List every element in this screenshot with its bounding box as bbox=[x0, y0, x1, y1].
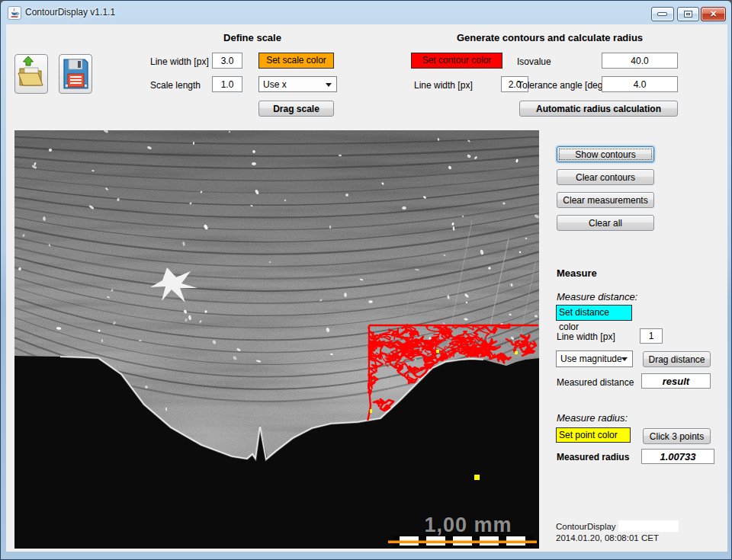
minimize-button[interactable] bbox=[651, 7, 674, 21]
measured-radius-value bbox=[641, 449, 714, 464]
automatic-radius-button[interactable]: Automatic radius calculation bbox=[519, 101, 678, 117]
scale-line-width-label: Line width [px] bbox=[150, 56, 209, 67]
scale-line-width-input[interactable] bbox=[212, 53, 242, 69]
generate-header: Generate contours and calculate radius bbox=[428, 32, 672, 43]
contour-line-width-label: Line width [px] bbox=[414, 80, 473, 91]
chevron-down-icon bbox=[621, 357, 628, 361]
java-cup-icon bbox=[8, 6, 21, 20]
app-window: ContourDisplay v1.1.1 ✕ Define scale bbox=[0, 0, 732, 560]
set-scale-color-button[interactable]: Set scale color bbox=[258, 53, 334, 69]
magnitude-select-value: Use magnitude bbox=[560, 354, 622, 364]
distance-line-width-input[interactable] bbox=[640, 328, 663, 344]
window-title: ContourDisplay v1.1.1 bbox=[25, 7, 115, 18]
floppy-disk-icon bbox=[59, 55, 92, 93]
tolerance-angle-label: Tolerance angle [deg] bbox=[518, 80, 605, 91]
isovalue-label: Isovalue bbox=[517, 56, 551, 67]
micrograph-image bbox=[14, 130, 539, 549]
set-contour-color-button[interactable]: Set contour color bbox=[411, 53, 502, 69]
scale-length-label: Scale length bbox=[150, 80, 201, 91]
close-button[interactable]: ✕ bbox=[701, 7, 726, 21]
titlebar[interactable]: ContourDisplay v1.1.1 ✕ bbox=[1, 1, 731, 24]
maximize-button[interactable] bbox=[677, 7, 699, 21]
open-file-button[interactable] bbox=[14, 54, 48, 94]
maximize-icon bbox=[685, 11, 692, 17]
isovalue-input[interactable] bbox=[602, 53, 678, 69]
define-scale-header: Define scale bbox=[191, 32, 313, 43]
show-contours-button[interactable]: Show contours bbox=[557, 146, 654, 162]
measure-radius-label: Measure radius: bbox=[557, 412, 628, 424]
axis-select-value: Use x bbox=[263, 79, 287, 90]
distance-line-width-label: Line width [px] bbox=[557, 331, 615, 342]
click-3-points-button[interactable]: Click 3 points bbox=[643, 428, 711, 444]
minimize-icon bbox=[658, 13, 666, 15]
status-chip bbox=[618, 520, 679, 532]
save-file-button[interactable] bbox=[59, 54, 92, 94]
clear-measurements-button[interactable]: Clear measurements bbox=[557, 192, 654, 208]
measured-radius-label: Measured radius bbox=[557, 452, 629, 462]
measured-distance-value bbox=[641, 373, 711, 389]
footer-timestamp: 2014.01.20, 08:08:01 CET bbox=[556, 533, 659, 542]
set-point-color-button[interactable]: Set point color bbox=[556, 427, 631, 443]
measured-distance-label: Measured distance bbox=[557, 377, 634, 388]
measure-header: Measure bbox=[557, 267, 597, 279]
set-distance-color-button[interactable]: Set distance color bbox=[556, 305, 632, 321]
axis-select[interactable]: Use x bbox=[258, 76, 337, 92]
clear-all-button[interactable]: Clear all bbox=[557, 215, 654, 231]
scalebar-label: 1,00 mm bbox=[400, 514, 537, 537]
measure-distance-label: Measure distance: bbox=[557, 291, 637, 302]
clear-contours-button[interactable]: Clear contours bbox=[557, 169, 654, 185]
specimen-image-canvas[interactable]: 1,00 mm bbox=[14, 130, 539, 549]
scale-length-input[interactable] bbox=[212, 76, 242, 92]
close-icon: ✕ bbox=[702, 8, 725, 21]
drag-scale-button[interactable]: Drag scale bbox=[258, 101, 334, 117]
tolerance-angle-input[interactable] bbox=[602, 76, 678, 92]
magnitude-select[interactable]: Use magnitude bbox=[556, 350, 633, 367]
open-folder-icon bbox=[15, 55, 47, 93]
drag-distance-button[interactable]: Drag distance bbox=[643, 351, 711, 367]
chevron-down-icon bbox=[326, 83, 332, 87]
